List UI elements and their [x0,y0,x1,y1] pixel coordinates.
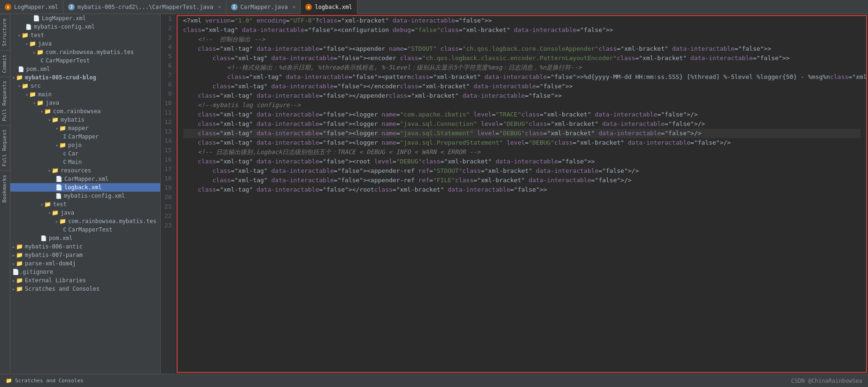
sidebar-item-com-rainbowsea-mybatis-test[interactable]: ▸ 📁com.rainbowsea.mybatis.tes [10,48,160,56]
line-number-14: 14 [164,136,172,146]
sidebar-item-external-libraries[interactable]: ▸ 📁External Libraries [10,276,160,285]
chevron-icon: ▾ [18,33,21,38]
side-tabs: Structure Commit Pull Requests Full Requ… [0,14,10,374]
sidebar-item-main-java[interactable]: ▾ 📁java [10,99,160,107]
sidebar-item-carMapperTest-class[interactable]: CCarMapperTest [10,56,160,65]
sidebar-item-carMapper-xml[interactable]: 📄CarMapper.xml [10,175,160,183]
tab-carMapper[interactable]: I CarMapper.java ✕ [226,0,301,14]
sidebar-item-label: mybatis-005-crud-blog [25,74,96,81]
line-number-15: 15 [164,146,172,155]
folder-icon: 📁 [16,243,23,250]
file-icon-xml-red: 📄 [55,184,62,191]
sidebar-item-pojo-folder[interactable]: ▾ 📁pojo [10,141,160,149]
code-container[interactable]: 1234567891011121314151617181920212223 <?… [161,14,868,374]
line-number-21: 21 [164,202,172,211]
code-line-1: <?xml version="1.0" encoding="UTF-8"?cla… [183,16,860,25]
file-icon-xml: 📄 [40,235,47,241]
sidebar-item-test-java2[interactable]: ▾ 📁java [10,209,160,217]
sidebar-item-label: mybatis-007-param [25,252,83,258]
sidebar-item-logback-xml[interactable]: 📄logback.xml [10,183,160,192]
folder-icon: 📁 [16,286,23,292]
sidebar-item-label: main [38,91,52,98]
sidebar-item-main-class[interactable]: CMain [10,158,160,166]
file-icon-interface: I [63,133,66,140]
sidebar-item-label: test [53,201,67,208]
line-number-19: 19 [164,183,172,193]
line-number-22: 22 [164,211,172,221]
close-icon-carMapper[interactable]: ✕ [293,4,296,10]
sidebar-item-mybatis-config-xml-root[interactable]: 📄mybatis-config.xml [10,23,160,31]
side-tab-pull[interactable]: Pull Requests [0,77,10,125]
sidebar-item-main-folder[interactable]: ▾ 📁main [10,90,160,99]
line-number-9: 9 [164,89,172,99]
code-line-10: class="xml-tag" data-interactable="false… [183,91,860,101]
chevron-icon: ▾ [18,84,21,89]
sidebar-item-car-class[interactable]: cCar [10,149,160,158]
sidebar-item-mapper-folder[interactable]: ▾ 📁mapper [10,124,160,132]
sidebar-item-pom-xml[interactable]: 📄pom.xml [10,65,160,73]
line-number-3: 3 [164,33,172,42]
sidebar-item-carMapper-class[interactable]: ICarMapper [10,132,160,141]
sidebar-item-mybatis-config-xml[interactable]: 📄mybatis-config.xml [10,192,160,200]
tab-logback[interactable]: x logback.xml [301,0,357,14]
file-icon-xml-red: 📄 [55,176,62,182]
code-content[interactable]: <?xml version="1.0" encoding="UTF-8"?cla… [177,15,867,373]
line-number-4: 4 [164,42,172,52]
chevron-icon: ▾ [25,41,28,46]
sidebar-item-test-folder2[interactable]: ▾ 📁test [10,200,160,209]
line-number-23: 23 [164,221,172,230]
code-line-5: class="xml-tag" data-interactable="false… [183,44,860,54]
tab-label-carMapper: CarMapper.java [240,4,288,10]
tab-icon-xml-logmapper: x [5,4,11,10]
sidebar-item-mybatis-006-antic[interactable]: ▸ 📁mybatis-006-antic [10,242,160,251]
folder-icon: 📁 [59,125,66,132]
sidebar-item-scratches[interactable]: ▸ 📁Scratches and Consoles [10,285,160,293]
sidebar-item-com-rainbowsea[interactable]: ▾ 📁com.rainbowsea [10,107,160,116]
sidebar-item-mybatis-005-crud-blog[interactable]: ▾ 📁mybatis-005-crud-blog [10,73,160,82]
line-number-8: 8 [164,80,172,89]
sidebar-item-src-folder[interactable]: ▾ 📁src [10,82,160,90]
sidebar-item-label: com.rainbowsea [53,108,101,115]
code-line-22: class="xml-tag" data-interactable="false… [183,185,860,194]
side-tab-bookmarks[interactable]: Bookmarks [0,170,10,207]
sidebar-item-carMapperTest-class2[interactable]: CCarMapperTest [10,225,160,234]
folder-icon: 📁 [44,108,51,115]
chevron-icon: ▾ [48,210,51,216]
sidebar-item-mybatis-007-param[interactable]: ▸ 📁mybatis-007-param [10,251,160,259]
close-icon-carMapperTest[interactable]: ✕ [218,4,221,10]
chevron-icon: ▾ [40,202,43,207]
sidebar-item-mybatis-folder[interactable]: ▾ 📁mybatis [10,116,160,124]
chevron-icon: ▾ [55,143,58,148]
sidebar-item-gitignore[interactable]: 📄.gitignore [10,268,160,276]
tab-logmapper[interactable]: x LogMapper.xml [0,0,63,14]
sidebar-item-label: CarMapperTest [68,226,112,233]
line-number-7: 7 [164,70,172,80]
code-line-18: <!-- 日志输出级别,Logback日志级别包括五个：TRACE < DEBU… [183,147,860,157]
sidebar-item-label: com.rainbowsea.mybatis.tes [68,218,156,224]
tab-carMapperTest[interactable]: J mybatis-005-crud2\...\CarMapperTest.ja… [63,0,226,14]
sidebar-item-label: parse-xml-dom4j [25,260,76,267]
scratches-label: Scratches and Consoles [15,378,84,384]
chevron-icon: ▾ [40,109,43,114]
side-tab-commit[interactable]: Commit [0,50,10,77]
folder-icon: 📁 [59,218,66,224]
line-numbers: 1234567891011121314151617181920212223 [161,14,176,374]
side-tab-structure[interactable]: Structure [0,14,10,50]
code-line-8: class="xml-tag" data-interactable="false… [183,72,860,82]
sidebar-item-test-java[interactable]: ▾ 📁java [10,39,160,48]
code-line-21: class="xml-tag" data-interactable="false… [183,176,860,185]
chevron-icon: ▸ [12,253,15,258]
sidebar-item-parse-xml-dom4j[interactable]: ▸ 📁parse-xml-dom4j [10,259,160,268]
sidebar-item-resources-folder[interactable]: ▾ 📁resources [10,166,160,175]
side-tab-full[interactable]: Full Request [0,125,10,170]
file-icon: 📄 [12,269,19,275]
sidebar-item-pom-xml2[interactable]: 📄pom.xml [10,234,160,242]
folder-icon: 📁 [37,49,44,55]
file-icon-xml: 📄 [25,24,32,30]
sidebar-item-test-folder[interactable]: ▾ 📁test [10,31,160,39]
main-content: Structure Commit Pull Requests Full Requ… [0,14,868,374]
sidebar-item-com-rainbowsea-mybatis-tes2[interactable]: ▸ 📁com.rainbowsea.mybatis.tes [10,217,160,225]
sidebar-item-logmapper-xml[interactable]: 📄LogMapper.xml [10,14,160,23]
chevron-icon: ▾ [55,126,58,131]
folder-icon: 📁 [22,83,29,89]
